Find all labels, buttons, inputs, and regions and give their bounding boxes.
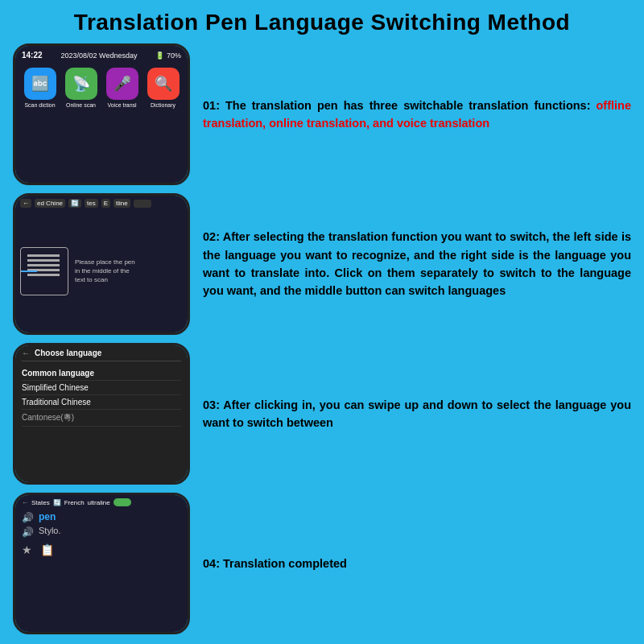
step-4-desc: 04: Translation completed (203, 555, 631, 572)
scan-swap[interactable]: 🔄 (68, 199, 81, 208)
status-time: 14:22 (22, 51, 43, 60)
scan-tline[interactable]: tline (114, 199, 130, 208)
app-icon-voice-transl[interactable]: 🎤 Voice transl (104, 68, 140, 108)
result-translation: Stylo. (39, 526, 61, 535)
app-icons-grid: 🔤 Scan diction 📡 Online scan 🎤 Voice tra… (22, 68, 181, 108)
device-mockup-2: ← ed Chine 🔄 tes E tline Please plac (13, 193, 190, 335)
step-3-text: 03: After clicking in, you can swipe up … (203, 398, 631, 429)
scan-lang-right[interactable]: tes (85, 199, 98, 208)
status-bar-1: 14:22 2023/08/02 Wednesday 🔋 70% (22, 51, 181, 60)
app-icon-box: 📡 (65, 68, 97, 100)
scan-icon-area (20, 247, 68, 295)
device-screen-1: 14:22 2023/08/02 Wednesday 🔋 70% 🔤 Scan … (15, 46, 188, 183)
status-battery: 🔋 70% (155, 52, 181, 60)
lang-item-simplified[interactable]: Simplified Chinese (22, 381, 181, 395)
result-toggle[interactable] (114, 498, 131, 506)
result-mode: ultraline (88, 499, 110, 506)
device-mockup-1: 14:22 2023/08/02 Wednesday 🔋 70% 🔤 Scan … (13, 43, 190, 185)
app-icon-scan-diction[interactable]: 🔤 Scan diction (22, 68, 58, 108)
app-icon-label: Dictionary (151, 102, 175, 108)
desc-panel-2: 02: After selecting the translation func… (203, 228, 631, 300)
rows-container: 14:22 2023/08/02 Wednesday 🔋 70% 🔤 Scan … (13, 43, 631, 634)
scan-area: Please place the penin the middle of the… (20, 213, 183, 329)
row-3: ← Choose language Common language Simpli… (13, 343, 631, 485)
app-icon-dictionary[interactable]: 🔍 Dictionary (145, 68, 181, 108)
lang-item-traditional[interactable]: Traditional Chinese (22, 395, 181, 410)
result-top-bar: ← States 🔄 French ultraline (22, 498, 181, 506)
scan-toggle[interactable] (134, 200, 151, 208)
row-2: ← ed Chine 🔄 tes E tline Please plac (13, 193, 631, 335)
app-icon-label: Voice transl (107, 102, 136, 108)
desc-panel-3: 03: After clicking in, you can swipe up … (203, 396, 631, 432)
lang-item-common[interactable]: Common language (22, 366, 181, 381)
scan-instruction: Please place the penin the middle of the… (75, 258, 135, 285)
page-container: Translation Pen Language Switching Metho… (0, 0, 644, 644)
result-target-lang: French (64, 499, 85, 506)
result-word: pen (39, 511, 56, 522)
speaker-icon-2[interactable]: 🔊 (22, 526, 34, 538)
result-action-icons: ★ 📋 (22, 543, 181, 556)
result-source-lang: States (31, 499, 50, 506)
step-2-text: 02: After selecting the translation func… (203, 230, 631, 297)
scan-cursor (21, 270, 37, 272)
device-mockup-3: ← Choose language Common language Simpli… (13, 343, 190, 485)
lang-header: ← Choose language (22, 349, 181, 361)
app-icon-box: 🔍 (147, 68, 180, 100)
save-icon[interactable]: 📋 (40, 543, 54, 556)
step-3-desc: 03: After clicking in, you can swipe up … (203, 396, 631, 432)
lang-header-title: Choose language (35, 349, 101, 357)
page-title: Translation Pen Language Switching Metho… (13, 10, 631, 35)
app-icon-box: 🔤 (24, 68, 56, 100)
desc-panel-1: 01: The translation pen has three switch… (203, 97, 631, 133)
device-screen-4: ← States 🔄 French ultraline 🔊 pen 🔊 Styl… (15, 495, 188, 632)
row-4: ← States 🔄 French ultraline 🔊 pen 🔊 Styl… (13, 493, 631, 634)
speaker-icon-1[interactable]: 🔊 (22, 512, 34, 523)
app-icon-label: Online scan (66, 102, 96, 108)
result-back[interactable]: ← (22, 499, 28, 506)
scan-mode[interactable]: E (101, 199, 110, 208)
app-icon-box: 🎤 (106, 68, 138, 100)
scan-lang-left[interactable]: ed Chine (35, 199, 65, 208)
status-date: 2023/08/02 Wednesday (61, 52, 138, 60)
lang-back-arrow[interactable]: ← (22, 349, 30, 357)
app-icon-online-scan[interactable]: 📡 Online scan (63, 68, 99, 108)
step-2-desc: 02: After selecting the translation func… (203, 228, 631, 300)
app-icon-label: Scan diction (24, 102, 55, 108)
lang-item-cantonese[interactable]: Cantonese(粵) (22, 410, 181, 427)
device-screen-3: ← Choose language Common language Simpli… (15, 345, 188, 482)
step-4-text: 04: Translation completed (203, 557, 347, 570)
device-screen-2: ← ed Chine 🔄 tes E tline Please plac (15, 196, 188, 332)
result-word-row: 🔊 pen (22, 511, 181, 524)
scan-lines (27, 254, 60, 257)
step-1-desc: 01: The translation pen has three switch… (203, 97, 631, 133)
desc-panel-4: 04: Translation completed (203, 555, 631, 572)
result-swap-icon[interactable]: 🔄 (53, 499, 61, 506)
scan-top-bar: ← ed Chine 🔄 tes E tline (20, 199, 183, 208)
row-1: 14:22 2023/08/02 Wednesday 🔋 70% 🔤 Scan … (13, 43, 631, 185)
step-1-text: 01: The translation pen has three switch… (203, 99, 597, 112)
star-icon[interactable]: ★ (22, 543, 32, 556)
scan-back[interactable]: ← (20, 199, 31, 208)
result-translation-row: 🔊 Stylo. (22, 526, 181, 539)
device-mockup-4: ← States 🔄 French ultraline 🔊 pen 🔊 Styl… (13, 493, 190, 634)
